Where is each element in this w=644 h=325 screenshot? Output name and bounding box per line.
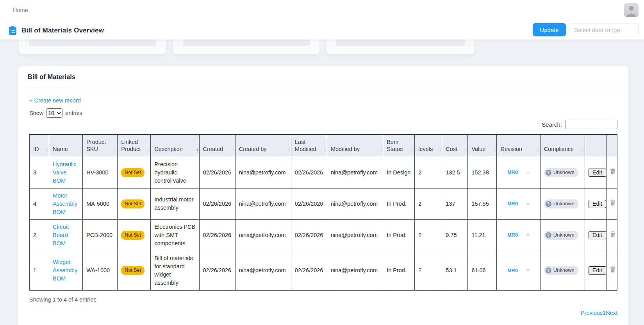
edit-button[interactable]: Edit [589, 231, 606, 239]
column-label: Linked Product [121, 139, 141, 152]
column-header-created-by[interactable]: Created by↑↓ [235, 135, 291, 157]
cell-bom-status: In Prod. [383, 251, 415, 290]
question-mark-icon: ? [546, 170, 551, 176]
compliance-badge: ?Unknown [544, 199, 578, 208]
sort-icon: ↑↓ [195, 147, 198, 152]
update-button[interactable]: Update [533, 23, 566, 36]
create-new-record-link[interactable]: + Create new record [29, 97, 81, 104]
cell-last-modified: 02/26/2026 [291, 188, 327, 219]
column-label: Description [154, 146, 183, 152]
revision-dropdown[interactable]: MR0 [500, 200, 536, 207]
revision-dropdown[interactable]: MR0 [500, 267, 536, 274]
column-header-linked-product[interactable]: Linked Product↑↓ [118, 135, 151, 157]
cell-linked-product: Not Set [118, 251, 151, 290]
column-header-compliance[interactable]: Compliance↑↓ [540, 135, 585, 157]
cell-product-sku: MA-5000 [83, 188, 118, 219]
cell-compliance: ?Unknown [540, 157, 585, 188]
column-label: Created by [239, 146, 267, 152]
trash-icon[interactable] [610, 266, 615, 273]
sort-icon: ↑↓ [581, 147, 583, 152]
entries-label: entries [65, 110, 82, 116]
pagination-previous[interactable]: Previous [581, 310, 603, 316]
chevron-down-icon [526, 172, 530, 174]
sort-icon: ↑↓ [231, 147, 234, 152]
cell-name: Circuit Board BOM [49, 219, 83, 251]
cell-delete [606, 157, 617, 188]
cell-id: 1 [30, 251, 49, 290]
column-header-bom-status[interactable]: Bom Status↑↓ [383, 135, 415, 157]
cell-delete [606, 251, 617, 290]
page-title: Bill of Materials Overview [21, 27, 104, 34]
panel-body: + Create new record Show 10 entries Sear… [18, 88, 628, 316]
column-label: Compliance [544, 146, 574, 152]
cell-levels: 2 [415, 219, 442, 251]
cell-compliance: ?Unknown [540, 251, 585, 290]
cell-modified-by: nina@petrofly.com [327, 219, 383, 251]
column-label: Name [53, 146, 68, 152]
trash-icon[interactable] [610, 168, 615, 174]
column-header-description[interactable]: Description↑↓ [151, 135, 199, 157]
table-row: 1Widget Assembly BOMWA-1000Not SetBill o… [30, 251, 617, 290]
column-header-modified-by[interactable]: Modified by↑↓ [327, 135, 383, 157]
column-header-name[interactable]: Name↑↓ [49, 135, 83, 157]
cell-levels: 2 [415, 251, 442, 290]
column-label: Cost [446, 146, 457, 152]
sort-icon: ↑↓ [411, 147, 414, 152]
revision-dropdown[interactable]: MR0 [500, 169, 536, 176]
column-label: Created [203, 146, 223, 152]
chevron-down-icon [526, 269, 530, 271]
bom-name-link[interactable]: Widget Assembly BOM [53, 259, 77, 282]
column-label: ID [33, 146, 39, 152]
bom-table-head: ID↑↓Name↑↓Product SKU↑↓Linked Product↑↓D… [30, 135, 617, 157]
search-input[interactable] [565, 120, 617, 129]
edit-button[interactable]: Edit [589, 266, 606, 275]
column-header-levels[interactable]: levels↑↓ [415, 135, 442, 157]
column-header-last-modified[interactable]: Last Modified↑↓ [291, 135, 327, 157]
trash-icon[interactable] [610, 199, 615, 206]
cell-id: 3 [30, 157, 49, 188]
bom-name-link[interactable]: Circuit Board BOM [53, 224, 69, 246]
column-header-created[interactable]: Created↑↓ [199, 135, 235, 157]
sort-icon: ↑↓ [379, 147, 382, 152]
column-header-id[interactable]: ID↑↓ [30, 135, 49, 157]
pagination-page-1[interactable]: 1 [603, 310, 606, 316]
trash-icon[interactable] [610, 231, 615, 237]
panel-title: Bill of Materials [28, 73, 75, 80]
cell-delete [606, 188, 617, 219]
breadcrumb-bar: Home [0, 0, 644, 21]
cell-created: 02/26/2026 [199, 188, 235, 219]
cell-revision: MR0 [497, 188, 540, 219]
column-header-actions [606, 135, 617, 157]
revision-dropdown[interactable]: MR0 [500, 232, 536, 239]
cell-description: Electronics PCB with SMT components [151, 219, 199, 251]
cell-id: 4 [30, 188, 49, 219]
sort-icon: ↑↓ [493, 147, 496, 152]
cell-created-by: nina@petrofly.com [235, 251, 291, 290]
bom-table-body: 3Hydraulic Valve BOMHV-3000Not SetPrecis… [30, 157, 617, 290]
column-header-product-sku[interactable]: Product SKU↑↓ [83, 135, 118, 157]
column-header-value[interactable]: Value↑↓ [468, 135, 497, 157]
page-size-select[interactable]: 10 [46, 108, 62, 118]
compliance-badge: ?Unknown [544, 231, 578, 240]
cell-name: Widget Assembly BOM [49, 251, 83, 290]
pagination-next[interactable]: Next [606, 310, 617, 316]
pagination: Previous1Next [29, 310, 617, 316]
cell-cost: 53.1 [442, 251, 468, 290]
bom-name-link[interactable]: Hydraulic Valve BOM [53, 161, 76, 184]
edit-button[interactable]: Edit [589, 169, 606, 177]
user-avatar-icon [624, 3, 639, 17]
sort-icon: ↑↓ [323, 147, 326, 152]
cell-bom-status: In Design [383, 157, 415, 188]
column-header-cost[interactable]: Cost↑↓ [442, 135, 468, 157]
user-avatar[interactable] [624, 3, 639, 17]
breadcrumb-home-link[interactable]: Home [13, 0, 28, 21]
cell-modified-by: nina@petrofly.com [327, 157, 383, 188]
bom-name-link[interactable]: Motor Assembly BOM [53, 192, 77, 215]
cell-linked-product: Not Set [118, 157, 151, 188]
date-range-input[interactable] [569, 23, 639, 36]
column-label: Bom Status [387, 139, 403, 152]
edit-button[interactable]: Edit [589, 200, 606, 208]
column-header-revision[interactable]: Revision↑↓ [497, 135, 540, 157]
table-row: 2Circuit Board BOMPCB-2000Not SetElectro… [30, 219, 617, 251]
compliance-label: Unknown [553, 232, 574, 239]
